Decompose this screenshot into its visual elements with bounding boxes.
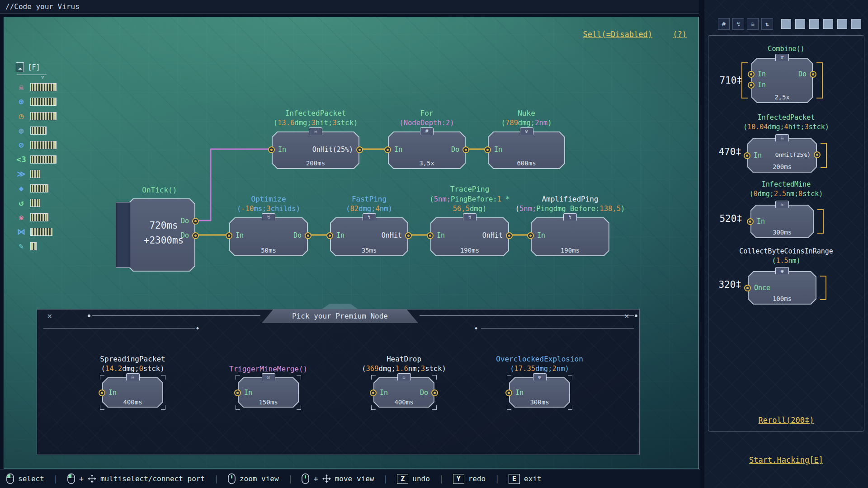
port-in[interactable]: In bbox=[384, 145, 402, 154]
node-infectedpacket[interactable]: ☠ InfectedPacket (13.6dmg;3hit;3stck) In… bbox=[272, 131, 359, 169]
empty-slot[interactable] bbox=[823, 19, 833, 29]
port-onhit[interactable]: OnHit(25%) bbox=[312, 145, 363, 154]
shop-node-infectedpacket[interactable]: ☠ In OnHit(25%) 200ms bbox=[747, 138, 817, 173]
port-do[interactable]: Do bbox=[420, 389, 438, 397]
dropdown-triangle-icon[interactable]: ▽ bbox=[41, 75, 57, 80]
buy-nodes-sidebar: # ↯ ☠ ⇅ Combine() 710‡ # In In Do 2 bbox=[704, 0, 868, 488]
bracket-decoration bbox=[816, 62, 823, 99]
flower-icon: ❀ bbox=[16, 212, 27, 222]
node-ontick[interactable]: OnTick() 720ms +2300ms Do Do bbox=[116, 198, 195, 272]
port-do[interactable]: Do bbox=[293, 231, 311, 239]
node-canvas[interactable]: Sell(=Disabled) (?) ☁ [F] ▽ ☠⊕◷◍⊘<3≫◆↺❀⋈… bbox=[4, 17, 699, 469]
start-hacking-link[interactable]: Start.Hacking[E] bbox=[749, 455, 823, 465]
node-type-slots: # ↯ ☠ ⇅ bbox=[718, 18, 861, 30]
legend-row-diamond: ◆ bbox=[16, 183, 57, 194]
lightning-slot-icon[interactable]: ↯ bbox=[732, 18, 744, 30]
help-link[interactable]: (?) bbox=[673, 30, 687, 39]
port-in[interactable]: In bbox=[226, 231, 244, 239]
node-cooldown: 50ms bbox=[229, 247, 308, 254]
port-in[interactable]: In bbox=[99, 389, 117, 397]
port-in[interactable]: In bbox=[370, 389, 388, 397]
port-in[interactable]: In bbox=[484, 145, 502, 154]
node-cooldown: 300ms bbox=[750, 229, 814, 236]
node-subtitle: 56,5dmg) bbox=[429, 204, 509, 214]
node-title: TracePing bbox=[429, 184, 509, 194]
reroll-link[interactable]: Reroll(200‡) bbox=[759, 416, 814, 425]
port-in-2[interactable]: In bbox=[748, 81, 766, 89]
premium-node-panel: Pick your Premium Node × × ◆ ◆ ☠ Spreadi… bbox=[37, 309, 640, 455]
port-in[interactable]: In bbox=[268, 145, 286, 154]
node-fastping[interactable]: ↯ FastPing (82dmg;4nm) In OnHit 35ms bbox=[330, 217, 408, 256]
key-e: E bbox=[509, 474, 520, 484]
port-in[interactable]: In bbox=[744, 151, 762, 160]
window-title: //Code your Virus bbox=[5, 2, 80, 11]
port-in[interactable]: In bbox=[747, 217, 765, 225]
flame-icon: ♨ bbox=[397, 373, 411, 380]
port-label: OnHit(25%) bbox=[775, 151, 811, 158]
port-label: In bbox=[515, 389, 524, 397]
port-onhit[interactable]: OnHit(25%) bbox=[775, 151, 821, 158]
node-multiplier: 2,5x bbox=[751, 94, 813, 101]
crosshair-icon: ⊕ bbox=[16, 97, 27, 107]
port-do[interactable]: Do bbox=[798, 70, 816, 78]
mouse-wheel-icon bbox=[228, 473, 236, 484]
port-label: OnHit bbox=[482, 231, 503, 239]
empty-slot[interactable] bbox=[781, 19, 791, 29]
node-title: FastPing bbox=[346, 194, 392, 204]
port-ring bbox=[748, 71, 755, 78]
diamond-decoration: ◆ bbox=[196, 326, 199, 330]
hint-undo: Z undo bbox=[397, 474, 430, 484]
node-nuke[interactable]: ☢ Nuke (789dmg;2nm) In 600ms bbox=[488, 131, 565, 169]
port-in[interactable]: In bbox=[527, 231, 545, 239]
separator: | bbox=[288, 474, 293, 483]
port-in[interactable]: In bbox=[427, 231, 445, 239]
empty-slot[interactable] bbox=[851, 19, 861, 29]
node-cooldown: 100ms bbox=[748, 295, 816, 302]
port-in-1[interactable]: In bbox=[748, 70, 766, 78]
port-label: In bbox=[758, 81, 766, 89]
premium-node-overclockedexplosion[interactable]: ⊕ OverclockedExplosion (17.35dmg;2nm) In… bbox=[509, 377, 570, 408]
port-in[interactable]: In bbox=[505, 389, 524, 397]
port-in[interactable]: In bbox=[234, 389, 252, 397]
lightning-icon: ↯ bbox=[262, 213, 275, 221]
port-label: Do bbox=[451, 145, 459, 154]
port-label: In bbox=[236, 231, 244, 239]
skull-slot-icon[interactable]: ☠ bbox=[747, 18, 759, 30]
empty-slot[interactable] bbox=[809, 19, 819, 29]
port-once[interactable]: Once bbox=[744, 284, 770, 292]
port-in[interactable]: In bbox=[326, 231, 344, 239]
premium-node-heatdrop[interactable]: ♨ HeatDrop (369dmg;1.6nm;3stck) In Do 40… bbox=[373, 377, 434, 408]
shop-node-combine[interactable]: # In In Do 2,5x bbox=[751, 58, 813, 103]
node-subtitle: (369dmg;1.6nm;3stck) bbox=[362, 364, 446, 374]
node-traceping[interactable]: ↯ TracePing (5nm;PingBefore:1 * 56,5dmg)… bbox=[430, 217, 509, 256]
premium-node-spreadingpacket[interactable]: ☠ SpreadingPacket (14.2dmg;0stck) In 400… bbox=[102, 377, 163, 408]
node-subtitle: (13.6dmg;3hit;3stck) bbox=[274, 118, 358, 128]
chip-slot-icon[interactable]: # bbox=[718, 18, 730, 30]
premium-node-triggerminemerge[interactable]: ◎ TriggerMineMerge() In 150ms bbox=[238, 377, 299, 408]
port-do-2[interactable]: Do bbox=[181, 231, 199, 239]
empty-slot[interactable] bbox=[795, 19, 805, 29]
swap-slot-icon[interactable]: ⇅ bbox=[761, 18, 773, 30]
sell-link[interactable]: Sell(=Disabled) bbox=[583, 30, 652, 39]
port-onhit[interactable]: OnHit bbox=[382, 231, 412, 239]
port-ring bbox=[427, 232, 434, 239]
shop-node-collectbytecoins[interactable]: ◉ Once 100ms bbox=[748, 271, 816, 305]
node-amplifiedping[interactable]: ↯ AmplifiedPing (5nm;Pingdmg Before:138,… bbox=[531, 217, 609, 256]
port-do[interactable]: Do bbox=[451, 145, 469, 154]
port-label: In bbox=[336, 231, 344, 239]
port-ring bbox=[814, 151, 821, 158]
port-ring bbox=[527, 232, 534, 239]
legend-meter bbox=[30, 127, 47, 135]
shop-node-infectedmine[interactable]: ☠ In 300ms bbox=[750, 205, 814, 238]
port-onhit[interactable]: OnHit bbox=[482, 231, 513, 239]
empty-slot[interactable] bbox=[837, 19, 847, 29]
node-for[interactable]: # For (NodeDepth:2) In Do 3,5x bbox=[388, 131, 466, 169]
port-label: In bbox=[394, 145, 402, 154]
key-z: Z bbox=[397, 474, 408, 484]
legend-meter bbox=[30, 112, 57, 120]
target-icon: ⊕ bbox=[533, 373, 547, 380]
port-do-1[interactable]: Do bbox=[181, 217, 199, 225]
node-optimize[interactable]: ↯ Optimize (-10ms;3childs) In Do 50ms bbox=[229, 217, 308, 256]
legend-meter bbox=[30, 98, 57, 106]
bracket-decoration bbox=[820, 276, 826, 300]
